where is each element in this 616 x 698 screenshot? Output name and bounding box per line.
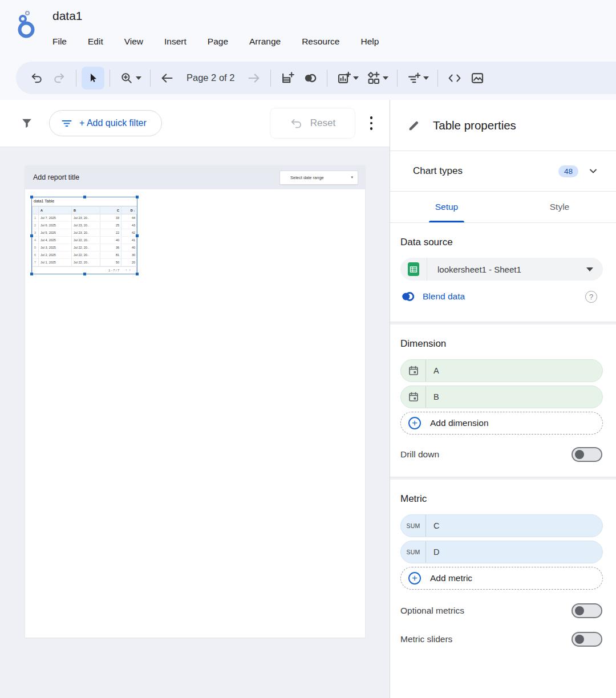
drill-down-toggle[interactable] xyxy=(572,447,602,462)
chevron-down-icon xyxy=(589,167,598,176)
optional-metrics-toggle[interactable] xyxy=(572,603,602,618)
menu-view[interactable]: View xyxy=(124,34,143,49)
undo-button[interactable] xyxy=(25,67,48,90)
toolbar: Page 2 of 2 xyxy=(16,62,616,94)
table-header-B[interactable]: B xyxy=(72,206,100,214)
table-grid: ABCD ↓1Jul 7, 2025Jul 23, 20..33442Jul 6… xyxy=(32,206,137,274)
dimension-chip-A[interactable]: A xyxy=(400,359,603,382)
metric-sliders-label: Metric sliders xyxy=(400,634,572,644)
add-chart-icon xyxy=(337,71,351,85)
add-metric-button[interactable]: + Add metric xyxy=(400,567,603,590)
table-cell-D: 20 xyxy=(121,259,137,266)
table-cell-B: Jul 22, 20.. xyxy=(72,259,100,266)
image-icon xyxy=(471,71,484,85)
menu-resource[interactable]: Resource xyxy=(302,34,339,49)
menu-edit[interactable]: Edit xyxy=(88,34,103,49)
chart-types-expander[interactable]: Chart types 48 xyxy=(390,151,616,192)
page-indicator[interactable]: Page 2 of 2 xyxy=(187,72,234,83)
resize-handle-se[interactable] xyxy=(136,273,139,275)
select-tool-button[interactable] xyxy=(82,67,104,90)
more-options-button[interactable] xyxy=(361,111,382,136)
add-dimension-button[interactable]: + Add dimension xyxy=(400,412,603,435)
add-page-button[interactable] xyxy=(276,67,299,90)
resize-handle-n[interactable] xyxy=(83,196,86,198)
cursor-icon xyxy=(87,72,99,84)
data-source-caret xyxy=(586,267,593,271)
add-control-button[interactable] xyxy=(362,67,385,90)
table-header-C[interactable]: C xyxy=(100,206,121,214)
add-filter-dropdown-caret[interactable] xyxy=(423,76,429,80)
next-page-button[interactable] xyxy=(242,67,265,90)
chip-divider xyxy=(427,258,427,280)
add-chart-dropdown-caret[interactable] xyxy=(353,76,359,80)
table-cell-B: Jul 22, 20.. xyxy=(72,251,100,259)
table-header-D[interactable]: D ↓ xyxy=(121,206,137,214)
metric-sliders-toggle[interactable] xyxy=(572,632,602,647)
metric-sliders-row: Metric sliders xyxy=(400,632,603,647)
chart-types-label: Chart types xyxy=(413,165,558,177)
table-chart[interactable]: data1 Table ABCD ↓1Jul 7, 2025Jul 23, 20… xyxy=(32,197,137,274)
table-pagination-arrows[interactable]: ‹› xyxy=(121,266,137,274)
resize-handle-ne[interactable] xyxy=(136,196,139,198)
reset-button[interactable]: Reset xyxy=(270,108,355,139)
panel-tabs: Setup Style xyxy=(390,192,616,223)
report-canvas[interactable]: Add report title Select date range ▾ dat… xyxy=(0,147,390,698)
resize-handle-s[interactable] xyxy=(83,273,86,275)
undo-icon xyxy=(30,72,43,84)
quick-filter-bar: + Add quick filter Reset xyxy=(0,100,390,147)
table-cell-C: 40 xyxy=(100,237,121,244)
resize-handle-sw[interactable] xyxy=(30,273,33,275)
zoom-tool-button[interactable] xyxy=(115,67,138,90)
add-quick-filter-button[interactable]: + Add quick filter xyxy=(49,110,162,136)
table-header-A[interactable]: A xyxy=(39,206,72,214)
menu-help[interactable]: Help xyxy=(361,34,379,49)
dimension-chip-B[interactable]: B xyxy=(400,385,603,408)
report-name[interactable]: data1 xyxy=(52,9,83,23)
add-quick-filter-toolbar-button[interactable] xyxy=(403,67,425,90)
add-quick-filter-label: + Add quick filter xyxy=(79,118,147,128)
table-cell-B: Jul 23, 20.. xyxy=(72,229,100,237)
menu-page[interactable]: Page xyxy=(208,34,228,49)
dimension-field-name: A xyxy=(433,366,439,375)
tab-style[interactable]: Style xyxy=(503,192,616,222)
optional-metrics-label: Optional metrics xyxy=(400,606,572,616)
toolbar-separator xyxy=(150,70,151,87)
menu-file[interactable]: File xyxy=(52,34,67,49)
previous-page-button[interactable] xyxy=(156,67,179,90)
zoom-dropdown-caret[interactable] xyxy=(136,76,141,80)
blend-data-label: Blend data xyxy=(423,291,578,302)
data-source-chip[interactable]: lookersheet1 - Sheet1 xyxy=(400,258,603,281)
resize-handle-e[interactable] xyxy=(136,234,139,237)
table-cell-C: 25 xyxy=(100,222,121,229)
optional-metrics-row: Optional metrics xyxy=(400,603,603,618)
table-cell-A: Jul 6, 2025 xyxy=(39,222,72,229)
metric-chip-D[interactable]: SUMD xyxy=(400,541,603,563)
metric-chip-C[interactable]: SUMC xyxy=(400,514,603,537)
report-title-placeholder[interactable]: Add report title xyxy=(33,173,79,181)
date-range-caret: ▾ xyxy=(351,175,353,180)
panel-title: Table properties xyxy=(433,119,516,132)
add-chart-button[interactable] xyxy=(333,67,355,90)
tab-setup[interactable]: Setup xyxy=(390,192,503,222)
table-cell-C: 36 xyxy=(100,244,121,251)
image-button-partial[interactable] xyxy=(466,67,489,90)
blend-data-link[interactable]: Blend data ? xyxy=(400,286,603,307)
menubar: FileEditViewInsertPageArrangeResourceHel… xyxy=(52,34,379,49)
toolbar-separator xyxy=(110,70,110,87)
menu-insert[interactable]: Insert xyxy=(164,34,187,49)
help-icon[interactable]: ? xyxy=(585,291,597,303)
table-cell-C: 22 xyxy=(100,229,121,237)
menu-arrange[interactable]: Arrange xyxy=(249,34,281,49)
resize-handle-nw[interactable] xyxy=(30,196,33,198)
embed-code-button[interactable] xyxy=(443,67,466,90)
table-cell-A: Jul 4, 2025 xyxy=(39,237,72,244)
resize-handle-w[interactable] xyxy=(30,234,33,237)
blend-data-button[interactable] xyxy=(299,67,322,90)
date-range-control[interactable]: Select date range ▾ xyxy=(279,171,358,185)
redo-button[interactable] xyxy=(48,67,71,90)
report-page[interactable]: Add report title Select date range ▾ dat… xyxy=(25,165,365,638)
filter-list-icon xyxy=(61,117,72,129)
table-cell-B: Jul 23, 20.. xyxy=(72,214,100,222)
add-control-dropdown-caret[interactable] xyxy=(383,76,388,80)
dimension-section: Dimension AB + Add dimension Drill down xyxy=(390,324,616,462)
